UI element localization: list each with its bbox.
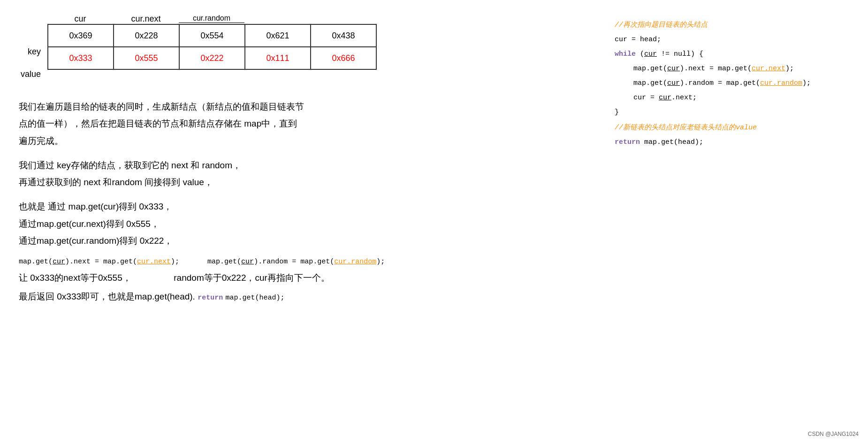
val-cell-3: 0x111: [245, 47, 311, 69]
close-brace: }: [615, 108, 619, 116]
key-cell-0: 0x369: [48, 24, 114, 47]
bl2-keyword: return: [198, 294, 223, 302]
ic-l-5: );: [171, 258, 179, 266]
code-cur-next-line: cur = cur.next;: [615, 91, 849, 104]
watermark: CSDN @JANG1024: [808, 431, 859, 437]
bottom-line-1: 让 0x333的next等于0x555， random等于0x222，cur再指…: [19, 270, 577, 286]
code-cur-head: cur = head;: [615, 33, 849, 46]
mn-4: cur.next: [752, 65, 785, 73]
table-col-area: cur cur.next cur.random 0x369 0x228 0x55…: [47, 14, 377, 70]
mn-3: ).next = map.get(: [680, 65, 752, 73]
key-cell-3: 0x621: [245, 24, 311, 47]
ic-r-2: cur: [241, 258, 254, 266]
para1-line3: 遍历完成。: [19, 134, 577, 149]
para2-line1: 我们通过 key存储的结点，获取到它的 next 和 random，: [19, 158, 577, 173]
column-headers: cur cur.next cur.random: [47, 14, 377, 24]
mn-1: map.get(: [633, 65, 667, 73]
comment-line-1: //再次指向题目链表的头结点: [615, 19, 849, 31]
table-row-value: 0x333 0x555 0x222 0x111 0x666: [48, 47, 376, 69]
inline-code-section: map.get(cur).next = map.get(cur.next); m…: [19, 258, 577, 266]
col-header-cur-random: cur.random: [179, 14, 244, 24]
mr-3: ).random = map.get(: [680, 79, 760, 87]
bl2-code: map.get(head);: [225, 294, 284, 302]
key-cell-1: 0x228: [114, 24, 179, 47]
while-keyword: while: [615, 50, 636, 58]
ic-l-3: ).next = map.get(: [65, 258, 137, 266]
ic-r-1: map.get(: [207, 258, 241, 266]
inline-code-left: map.get(cur).next = map.get(cur.next);: [19, 258, 179, 266]
return-rest: map.get(head);: [640, 138, 703, 146]
data-table: 0x369 0x228 0x554 0x621 0x438 0x333 0x55…: [47, 24, 377, 70]
left-panel: key value cur cur.next cur.random: [19, 14, 605, 428]
close-brace-line: }: [615, 106, 849, 119]
mn-5: );: [785, 65, 794, 73]
para2-line2: 再通过获取到的 next 和random 间接得到 value，: [19, 175, 577, 190]
return-line: return map.get(head);: [615, 136, 849, 149]
while-rest: (cur != null) {: [636, 50, 703, 58]
bottom-line-2: 最后返回 0x333即可，也就是map.get(head). return ma…: [19, 288, 577, 305]
mn-2: cur: [667, 65, 680, 73]
mr-4: cur.random: [760, 79, 802, 87]
cn-1: cur =: [633, 94, 659, 102]
ic-l-4: cur.next: [137, 258, 171, 266]
cur-head-text: cur = head;: [615, 36, 661, 44]
col-header-cur: cur: [47, 14, 113, 24]
right-panel: //再次指向题目链表的头结点 cur = head; while (cur !=…: [605, 14, 849, 428]
code-while-line: while (cur != null) {: [615, 48, 849, 60]
val-cell-4: 0x666: [311, 47, 376, 69]
bl1-text1: 让 0x333的next等于0x555，: [19, 273, 131, 283]
row-labels: key value: [19, 14, 45, 85]
para1-line1: 我们在遍历题目给的链表的同时，生成新结点（新结点的值和题目链表节: [19, 99, 577, 114]
paragraph-3: 也就是 通过 map.get(cur)得到 0x333， 通过map.get(c…: [19, 199, 577, 248]
mr-1: map.get(: [633, 79, 667, 87]
ic-r-5: );: [376, 258, 385, 266]
key-cell-4: 0x438: [311, 24, 376, 47]
cn-2: cur: [659, 94, 671, 102]
ic-l-1: map.get(: [19, 258, 53, 266]
mr-2: cur: [667, 79, 680, 87]
val-cell-0: 0x333: [48, 47, 114, 69]
value-label: value: [19, 63, 45, 85]
val-cell-2: 0x222: [179, 47, 245, 69]
para3-line2: 通过map.get(cur.next)得到 0x555，: [19, 217, 577, 232]
return-keyword: return: [615, 138, 640, 146]
inline-code-right: map.get(cur).random = map.get(cur.random…: [207, 258, 385, 266]
key-label: key: [19, 40, 45, 63]
mr-5: );: [802, 79, 811, 87]
para3-line1: 也就是 通过 map.get(cur)得到 0x333，: [19, 199, 577, 214]
code-map-random-line: map.get(cur).random = map.get(cur.random…: [615, 77, 849, 90]
para3-line3: 通过map.get(cur.random)得到 0x222，: [19, 233, 577, 248]
key-cell-2: 0x554: [179, 24, 245, 47]
comment-line-2: //新链表的头结点对应老链表头结点的value: [615, 121, 849, 134]
paragraph-1: 我们在遍历题目给的链表的同时，生成新结点（新结点的值和题目链表节 点的值一样），…: [19, 99, 577, 149]
cur-random-label: cur.random: [179, 14, 244, 23]
cn-3: .next;: [671, 94, 697, 102]
ic-l-2: cur: [53, 258, 65, 266]
ic-r-4: cur.random: [334, 258, 376, 266]
paragraph-2: 我们通过 key存储的结点，获取到它的 next 和 random， 再通过获取…: [19, 158, 577, 190]
col-header-cur-next: cur.next: [113, 14, 179, 24]
bl2-text1: 最后返回 0x333即可，也就是map.get(head).: [19, 292, 198, 301]
bl1-text2: random等于0x222，cur再指向下一个。: [174, 273, 330, 283]
val-cell-1: 0x555: [114, 47, 179, 69]
table-section: key value cur cur.next cur.random: [19, 14, 577, 85]
bottom-lines: 让 0x333的next等于0x555， random等于0x222，cur再指…: [19, 270, 577, 305]
code-map-next-line: map.get(cur).next = map.get(cur.next);: [615, 62, 849, 75]
para1-line2: 点的值一样），然后在把题目链表的节点和新结点存储在 map中，直到: [19, 116, 577, 131]
table-row-key: 0x369 0x228 0x554 0x621 0x438: [48, 24, 376, 47]
ic-r-3: ).random = map.get(: [254, 258, 334, 266]
